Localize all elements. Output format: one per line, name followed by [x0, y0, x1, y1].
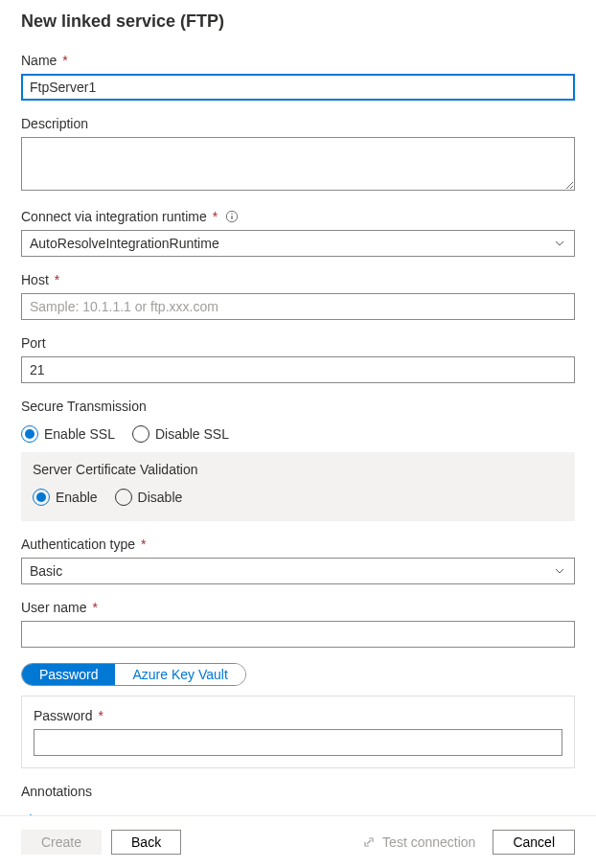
auth-label: Authentication type* — [21, 537, 575, 552]
description-input[interactable] — [21, 137, 575, 191]
secure-label: Secure Transmission — [21, 399, 575, 414]
username-field-group: User name* — [21, 600, 575, 648]
auth-field-group: Authentication type* — [21, 537, 575, 584]
akv-pill[interactable]: Azure Key Vault — [115, 664, 244, 685]
password-source-toggle: Password Azure Key Vault — [21, 663, 246, 686]
ir-label: Connect via integration runtime* — [21, 209, 575, 224]
annotations-label: Annotations — [21, 784, 575, 799]
username-label: User name* — [21, 600, 575, 615]
description-label: Description — [21, 116, 575, 131]
password-box: Password* — [21, 696, 575, 768]
password-pill[interactable]: Password — [22, 664, 115, 685]
name-label: Name* — [21, 53, 575, 68]
create-button[interactable]: Create — [21, 830, 102, 855]
footer: Create Back Test connection Cancel — [0, 815, 596, 868]
info-icon[interactable] — [225, 210, 239, 223]
host-label: Host* — [21, 272, 575, 287]
cert-validation-panel: Server Certificate Validation Enable Dis… — [21, 452, 575, 521]
enable-ssl-radio[interactable]: Enable SSL — [21, 425, 115, 443]
radio-icon — [33, 489, 50, 506]
description-field-group: Description — [21, 116, 575, 194]
cancel-button[interactable]: Cancel — [493, 830, 575, 855]
disable-cert-radio[interactable]: Disable — [115, 489, 183, 506]
name-field-group: Name* — [21, 53, 575, 101]
ir-select[interactable] — [21, 230, 575, 257]
port-input[interactable] — [21, 356, 575, 383]
username-input[interactable] — [21, 621, 575, 648]
radio-icon — [115, 489, 132, 506]
page-title: New linked service (FTP) — [21, 11, 575, 32]
auth-select[interactable] — [21, 558, 575, 584]
radio-icon — [132, 425, 149, 443]
password-section: Password Azure Key Vault Password* — [21, 663, 575, 768]
password-input[interactable] — [34, 729, 562, 756]
back-button[interactable]: Back — [111, 830, 181, 855]
name-input[interactable] — [21, 74, 575, 101]
port-field-group: Port — [21, 335, 575, 383]
secure-field-group: Secure Transmission Enable SSL Disable S… — [21, 399, 575, 521]
password-label: Password* — [34, 708, 562, 723]
enable-cert-radio[interactable]: Enable — [33, 489, 98, 506]
ir-field-group: Connect via integration runtime* — [21, 209, 575, 257]
host-input[interactable] — [21, 293, 575, 320]
host-field-group: Host* — [21, 272, 575, 320]
svg-point-2 — [232, 213, 233, 214]
radio-icon — [21, 425, 38, 443]
cert-label: Server Certificate Validation — [33, 462, 563, 477]
connection-icon — [361, 834, 377, 850]
port-label: Port — [21, 335, 575, 351]
disable-ssl-radio[interactable]: Disable SSL — [132, 425, 229, 443]
test-connection-button[interactable]: Test connection — [354, 831, 483, 854]
